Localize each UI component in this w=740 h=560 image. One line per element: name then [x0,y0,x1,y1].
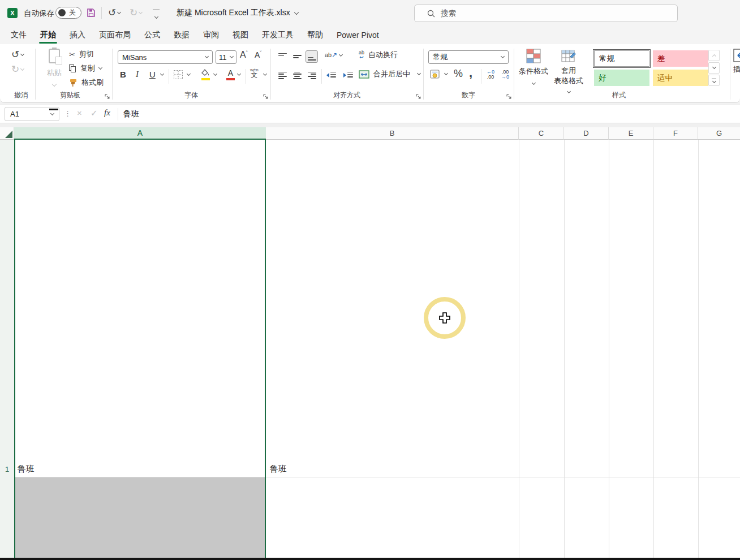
col-header-c[interactable]: C [519,127,564,140]
cell-style-neutral[interactable]: 适中 [653,70,708,86]
accounting-chevron[interactable] [444,71,448,75]
increase-indent-button[interactable] [343,69,356,81]
phonetic-guide-button[interactable]: wén 文 [250,68,259,77]
font-dialog-launcher[interactable] [263,92,269,98]
format-painter-button[interactable]: 格式刷 [69,77,104,88]
name-box[interactable]: A1 [5,107,59,121]
document-title[interactable]: 新建 Microsoft Excel 工作表.xlsx [177,8,298,18]
fill-color-swatch [201,78,210,80]
col-header-e[interactable]: E [609,127,653,140]
tab-help[interactable]: 帮助 [300,26,330,44]
undo-button-titlebar[interactable]: ↺ [108,7,121,19]
col-header-a[interactable]: A [14,127,266,140]
cell-b1[interactable]: 鲁班 [270,464,287,475]
conditional-formatting-button[interactable]: 条件格式 [518,49,549,87]
clipboard-dialog-launcher[interactable] [104,92,110,98]
paste-button[interactable]: 粘贴 [43,49,66,88]
cell-a2-gray-fill[interactable] [15,477,265,558]
excel-logo-icon[interactable]: X [7,8,18,18]
cell-style-good[interactable]: 好 [594,70,649,86]
decrease-decimal-button[interactable]: .00→0 [499,70,511,80]
number-format-select[interactable]: 常规 [428,50,509,64]
formula-bar-divider-dots[interactable]: ⋮ [64,109,71,118]
styles-gallery-up-button[interactable] [708,50,720,61]
align-middle-button[interactable] [291,50,303,63]
align-left-button[interactable] [276,69,289,81]
phonetic-chevron[interactable] [263,72,267,76]
name-box-resize-handle[interactable] [49,109,58,110]
orientation-chevron[interactable] [339,53,343,57]
insert-function-button[interactable]: fx [104,108,110,118]
decrease-indent-button[interactable] [326,69,339,81]
align-center-button[interactable] [291,69,303,81]
font-color-button[interactable]: A [225,68,236,81]
borders-chevron[interactable] [187,72,191,76]
undo-button[interactable]: ↺ [11,49,24,61]
cut-button[interactable]: ✂ 剪切 [69,49,94,59]
align-top-button[interactable] [276,50,289,63]
shrink-font-button[interactable]: Aˇ [255,50,261,59]
alignment-dialog-launcher[interactable] [415,92,421,98]
cell-a1[interactable]: 鲁班 [18,464,35,475]
comma-style-button[interactable]: , [469,66,472,80]
search-input[interactable]: 搜索 [414,5,678,22]
font-size-select[interactable]: 11 [216,50,236,64]
borders-button[interactable] [173,70,183,82]
row-header-1[interactable]: 1 [0,465,14,475]
tab-data[interactable]: 数据 [167,26,196,44]
underline-button[interactable]: U [149,70,156,79]
align-right-button[interactable] [306,69,318,81]
group-divider [730,49,730,100]
tab-power-pivot[interactable]: Power Pivot [330,26,386,44]
number-dialog-launcher[interactable] [506,92,512,98]
font-family-select[interactable]: MiSans [118,50,213,64]
grow-font-button[interactable]: Aˆ [240,50,248,60]
wrap-text-button[interactable]: ab ↩ 自动换行 [359,50,398,60]
copy-button[interactable]: 复制 [69,63,102,74]
select-all-button[interactable] [0,127,14,140]
chevron-down-icon [294,10,298,14]
col-header-g[interactable]: G [698,127,740,140]
tab-developer[interactable]: 开发工具 [255,26,300,44]
col-header-f[interactable]: F [653,127,698,140]
increase-decimal-button[interactable]: ←0.00 [484,70,497,80]
align-bottom-button[interactable] [306,50,318,63]
cell-style-bad[interactable]: 差 [653,50,708,67]
percent-style-button[interactable]: % [454,68,463,80]
tab-formulas[interactable]: 公式 [137,26,167,44]
customize-quick-access-icon[interactable] [153,10,160,20]
col-header-d[interactable]: D [564,127,609,140]
font-color-chevron[interactable] [237,72,241,76]
align-center-icon [293,72,302,79]
bold-button[interactable]: B [120,70,126,79]
underline-options-chevron[interactable] [160,72,164,76]
cell-style-normal[interactable]: 常规 [594,50,649,67]
styles-gallery-more-button[interactable] [708,75,720,86]
cancel-button[interactable]: × [77,108,82,118]
toggle-knob-icon [58,9,66,16]
redo-button-titlebar[interactable]: ↻ [130,7,142,19]
fill-color-chevron[interactable] [213,72,217,76]
accounting-format-button[interactable] [430,69,441,81]
tab-view[interactable]: 视图 [226,26,255,44]
small-divider [118,108,118,120]
col-header-b[interactable]: B [266,127,519,140]
save-icon[interactable] [87,8,96,20]
italic-button[interactable]: I [136,70,139,79]
row-header-strip[interactable] [0,140,14,558]
tab-page-layout[interactable]: 页面布局 [92,26,137,44]
insert-cells-button[interactable]: 插 [733,49,740,75]
autosave-toggle[interactable]: 关 [55,7,81,19]
tab-file[interactable]: 文件 [4,26,33,44]
merge-center-button[interactable]: 合并后居中 [359,69,420,79]
tab-insert[interactable]: 插入 [63,26,92,44]
orientation-button[interactable]: ab↗ [325,51,337,59]
formula-input[interactable]: 鲁班 [123,109,139,119]
fill-color-button[interactable] [200,68,211,81]
tab-review[interactable]: 审阅 [196,26,226,44]
format-as-table-button[interactable]: 套用 表格格式 [552,49,585,94]
redo-button[interactable]: ↻ [11,63,24,75]
styles-gallery-down-button[interactable] [708,62,720,74]
tab-home[interactable]: 开始 [33,26,63,44]
enter-button[interactable]: ✓ [91,108,98,118]
